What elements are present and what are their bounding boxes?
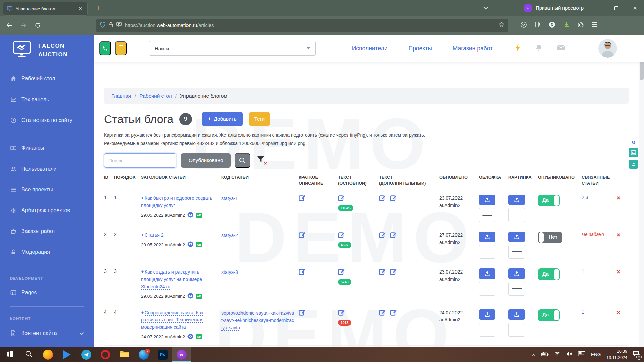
views-eye-icon[interactable] [187, 212, 193, 219]
cover-thumbnail[interactable] [479, 245, 495, 259]
sidebar-item-users[interactable]: Пользователи [0, 159, 94, 179]
edit-short-description-icon[interactable] [299, 232, 306, 239]
touch-keyboard-icon[interactable] [578, 351, 585, 358]
tracking-shield-icon[interactable] [100, 22, 105, 29]
extensions-puzzle-icon[interactable] [578, 22, 584, 29]
taskbar-app-photoshop[interactable]: Ps [153, 347, 172, 362]
breadcrumb-link[interactable]: Рабочий стол [139, 93, 172, 99]
order-link[interactable]: 3 [114, 268, 117, 274]
edit-main-text-icon[interactable] [338, 195, 345, 202]
taskbar-app-firefox[interactable] [38, 347, 57, 362]
lock-icon[interactable] [109, 22, 113, 29]
permissions-icon[interactable] [116, 22, 122, 28]
views-eye-icon[interactable] [187, 334, 193, 340]
cover-upload-button[interactable] [479, 309, 495, 320]
battery-icon[interactable] [541, 352, 549, 358]
sidebar-item-money[interactable]: Финансы [0, 138, 94, 159]
image-upload-button[interactable] [508, 309, 525, 320]
published-filter-select[interactable]: Опубликовано [181, 153, 231, 168]
tags-button[interactable]: Теги [249, 112, 271, 126]
top-nav-link[interactable]: Магазин работ [453, 45, 493, 52]
ab-badge[interactable]: АВ [196, 213, 202, 218]
edit-extra-text-icon[interactable] [379, 195, 386, 202]
ab-badge[interactable]: АВ [196, 242, 202, 247]
language-indicator[interactable]: ENG [591, 352, 601, 357]
mail-icon[interactable] [557, 45, 565, 52]
edit-main-text-icon[interactable] [338, 268, 345, 276]
order-link[interactable]: 2 [114, 232, 117, 237]
bookmark-star-icon[interactable] [499, 22, 504, 29]
edit-main-text-icon[interactable] [338, 309, 345, 316]
sidebar-item-unlock[interactable]: Модерация [0, 242, 94, 262]
taskbar-app-media-player[interactable] [57, 347, 76, 362]
url-text[interactable]: https://auction.web-automation.ru/articl… [125, 23, 495, 28]
combobox-caret-icon[interactable] [307, 47, 310, 49]
article-title-link[interactable]: Как быстро и недорого создать площадку у… [141, 195, 212, 208]
article-code-link[interactable]: statya-1 [221, 196, 238, 201]
sidebar-item-home[interactable]: Рабочий стол [0, 68, 94, 89]
wifi-icon[interactable] [554, 352, 560, 358]
sidebar-item-pages[interactable]: Pages [0, 282, 94, 303]
breadcrumb-link[interactable]: Главная [111, 93, 131, 99]
edit-extra-text-2-icon[interactable] [390, 309, 397, 316]
clock[interactable]: 16:39 13.11.2024 [606, 348, 627, 361]
delete-row-icon[interactable]: × [616, 268, 620, 275]
clear-filter-icon[interactable]: × [257, 156, 266, 165]
sidebar-item-clock[interactable]: Статистика по сайту [0, 110, 94, 131]
lightning-icon[interactable] [515, 44, 521, 53]
image-thumbnail[interactable] [508, 208, 525, 222]
delete-row-icon[interactable]: × [616, 194, 620, 201]
article-code-link[interactable]: statya-3 [221, 269, 238, 275]
quick-image-button[interactable] [629, 148, 638, 157]
volume-icon[interactable] [566, 351, 572, 358]
taskbar-app-falcon-app[interactable]: ∞ [172, 347, 191, 362]
related-articles-link[interactable]: 2,3 [582, 195, 588, 200]
brand[interactable]: FALCONAUCTION [0, 35, 94, 65]
related-articles-link[interactable]: Не задано [582, 232, 604, 237]
edit-short-description-icon[interactable] [299, 195, 306, 202]
forward-button-icon[interactable] [18, 20, 29, 31]
cover-thumbnail[interactable] [479, 208, 495, 222]
tray-chevron-up-icon[interactable] [531, 352, 536, 358]
collapse-panel-icon[interactable]: « [631, 138, 635, 146]
user-avatar[interactable] [598, 39, 617, 58]
order-link[interactable]: 4 [114, 309, 117, 315]
action-center-icon[interactable]: 2 [633, 351, 639, 358]
views-eye-icon[interactable] [187, 241, 193, 248]
ab-badge[interactable]: АВ [196, 294, 202, 299]
quick-user-button[interactable] [629, 160, 638, 169]
pocket-icon[interactable] [521, 22, 527, 29]
order-link[interactable]: 1 [114, 195, 117, 200]
browser-tab[interactable]: Управление блогом × [3, 2, 87, 15]
add-article-button[interactable]: +Добавить [202, 112, 242, 126]
sidebar-item-basket[interactable]: Заказы работ [0, 221, 94, 242]
edit-extra-text-icon[interactable] [379, 309, 386, 316]
global-search-input[interactable] [155, 46, 307, 51]
sidebar-item-chart[interactable]: Тех панель [0, 89, 94, 110]
edit-main-text-icon[interactable] [338, 232, 345, 239]
ab-badge[interactable]: АВ [196, 334, 202, 339]
article-title-link[interactable]: Сопровождение сайта. Как развивать сайт.… [141, 310, 203, 330]
dark-reader-icon[interactable]: D [549, 21, 555, 29]
taskbar-app-explorer[interactable] [115, 347, 134, 362]
image-upload-button[interactable] [508, 268, 525, 279]
search-button[interactable] [235, 153, 250, 168]
taskbar-app-opera[interactable] [96, 347, 115, 362]
article-code-link[interactable]: statya-2 [221, 233, 238, 238]
menu-hamburger-icon[interactable] [592, 22, 598, 28]
image-thumbnail[interactable] [508, 245, 525, 259]
edit-extra-text-icon[interactable] [379, 268, 386, 276]
scrollbar[interactable] [639, 35, 644, 347]
edit-extra-text-2-icon[interactable] [390, 195, 397, 202]
document-button[interactable] [115, 41, 127, 55]
published-toggle[interactable]: Да [538, 268, 560, 280]
url-bar[interactable]: https://auction.web-automation.ru/articl… [96, 19, 508, 32]
edit-extra-text-2-icon[interactable] [390, 268, 397, 276]
published-toggle[interactable]: Да [538, 309, 560, 321]
delete-row-icon[interactable]: × [616, 231, 620, 238]
table-search-input[interactable] [104, 153, 176, 168]
cover-thumbnail[interactable] [479, 323, 495, 337]
tab-list-chevron-icon[interactable] [481, 3, 491, 13]
image-upload-button[interactable] [508, 232, 525, 242]
taskbar-app-search[interactable] [19, 347, 38, 362]
